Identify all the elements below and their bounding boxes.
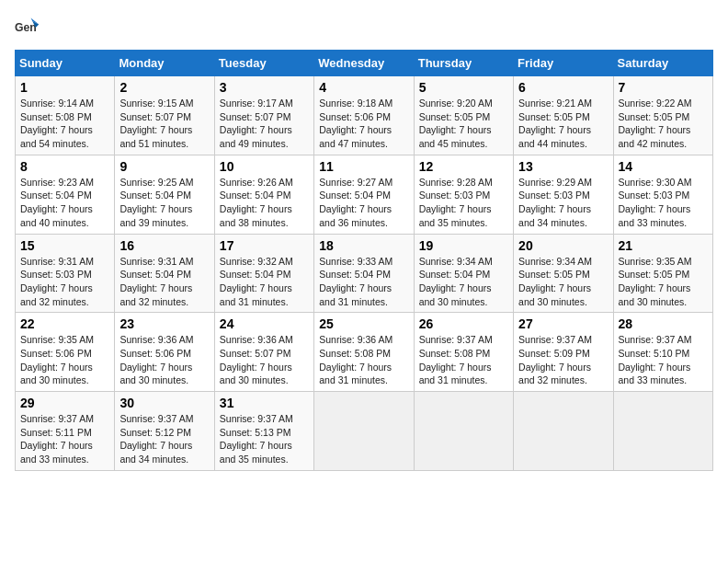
logo-icon: Gen — [15, 15, 40, 40]
cell-sunset: Sunset: 5:08 PM — [319, 348, 391, 359]
cell-daylight: Daylight: 7 hours and 51 minutes. — [119, 124, 192, 149]
calendar-cell: 15 Sunrise: 9:31 AM Sunset: 5:03 PM Dayl… — [16, 234, 115, 313]
day-number: 27 — [518, 316, 608, 331]
cell-sunset: Sunset: 5:13 PM — [220, 427, 291, 438]
calendar-cell — [613, 392, 712, 471]
cell-daylight: Daylight: 7 hours and 45 minutes. — [419, 124, 492, 149]
cell-sunset: Sunset: 5:05 PM — [518, 269, 590, 280]
cell-daylight: Daylight: 7 hours and 38 minutes. — [220, 203, 292, 228]
day-number: 7 — [619, 80, 708, 95]
cell-sunset: Sunset: 5:05 PM — [619, 111, 690, 122]
day-number: 8 — [20, 159, 109, 174]
cell-sunset: Sunset: 5:03 PM — [619, 190, 690, 201]
calendar-cell: 12 Sunrise: 9:28 AM Sunset: 5:03 PM Dayl… — [414, 155, 513, 234]
cell-sunset: Sunset: 5:03 PM — [419, 190, 491, 201]
cell-sunset: Sunset: 5:04 PM — [419, 269, 491, 280]
cell-sunrise: Sunrise: 9:29 AM — [518, 177, 592, 188]
cell-sunset: Sunset: 5:03 PM — [518, 190, 590, 201]
cell-daylight: Daylight: 7 hours and 34 minutes. — [518, 203, 591, 228]
cell-sunrise: Sunrise: 9:27 AM — [319, 177, 392, 188]
weekday-header-monday: Monday — [115, 51, 214, 76]
cell-sunrise: Sunrise: 9:36 AM — [220, 334, 293, 345]
cell-sunset: Sunset: 5:08 PM — [419, 348, 491, 359]
cell-sunrise: Sunrise: 9:30 AM — [619, 177, 692, 188]
cell-sunset: Sunset: 5:04 PM — [20, 190, 92, 201]
calendar-cell: 6 Sunrise: 9:21 AM Sunset: 5:05 PM Dayli… — [514, 76, 613, 155]
day-number: 5 — [419, 80, 508, 95]
cell-sunrise: Sunrise: 9:37 AM — [518, 334, 592, 345]
cell-sunset: Sunset: 5:10 PM — [619, 348, 690, 359]
day-number: 28 — [619, 316, 708, 331]
day-number: 22 — [20, 316, 109, 331]
calendar-cell: 22 Sunrise: 9:35 AM Sunset: 5:06 PM Dayl… — [16, 313, 115, 392]
cell-sunrise: Sunrise: 9:37 AM — [119, 413, 193, 424]
calendar-table: SundayMondayTuesdayWednesdayThursdayFrid… — [15, 50, 713, 471]
day-number: 10 — [220, 159, 309, 174]
calendar-cell: 30 Sunrise: 9:37 AM Sunset: 5:12 PM Dayl… — [115, 392, 214, 471]
day-number: 19 — [419, 238, 508, 253]
cell-daylight: Daylight: 7 hours and 30 minutes. — [419, 282, 492, 307]
day-number: 15 — [20, 238, 109, 253]
calendar-cell — [414, 392, 513, 471]
cell-daylight: Daylight: 7 hours and 30 minutes. — [20, 362, 93, 386]
cell-sunset: Sunset: 5:04 PM — [220, 190, 291, 201]
cell-sunset: Sunset: 5:05 PM — [419, 111, 491, 122]
weekday-header-sunday: Sunday — [16, 51, 115, 76]
cell-sunrise: Sunrise: 9:22 AM — [619, 98, 692, 109]
calendar-cell: 21 Sunrise: 9:35 AM Sunset: 5:05 PM Dayl… — [613, 234, 712, 313]
cell-sunset: Sunset: 5:08 PM — [20, 111, 92, 122]
day-number: 31 — [220, 396, 309, 410]
calendar-cell: 13 Sunrise: 9:29 AM Sunset: 5:03 PM Dayl… — [514, 155, 613, 234]
day-number: 14 — [619, 159, 708, 174]
cell-daylight: Daylight: 7 hours and 30 minutes. — [518, 282, 591, 307]
cell-daylight: Daylight: 7 hours and 35 minutes. — [220, 440, 292, 465]
day-number: 2 — [119, 80, 209, 95]
cell-daylight: Daylight: 7 hours and 33 minutes. — [619, 203, 691, 228]
cell-sunrise: Sunrise: 9:37 AM — [20, 413, 94, 424]
logo: Gen — [15, 15, 44, 40]
cell-sunset: Sunset: 5:11 PM — [20, 427, 92, 438]
day-number: 16 — [119, 238, 209, 253]
cell-sunset: Sunset: 5:04 PM — [119, 269, 191, 280]
cell-sunrise: Sunrise: 9:36 AM — [319, 334, 392, 345]
calendar-cell: 20 Sunrise: 9:34 AM Sunset: 5:05 PM Dayl… — [514, 234, 613, 313]
weekday-header-friday: Friday — [514, 51, 613, 76]
calendar-cell: 25 Sunrise: 9:36 AM Sunset: 5:08 PM Dayl… — [314, 313, 414, 392]
calendar-cell — [514, 392, 613, 471]
day-number: 30 — [119, 396, 209, 410]
day-number: 6 — [518, 80, 608, 95]
calendar-cell: 23 Sunrise: 9:36 AM Sunset: 5:06 PM Dayl… — [115, 313, 214, 392]
cell-sunrise: Sunrise: 9:28 AM — [419, 177, 493, 188]
calendar-cell: 5 Sunrise: 9:20 AM Sunset: 5:05 PM Dayli… — [414, 76, 513, 155]
cell-sunrise: Sunrise: 9:37 AM — [419, 334, 493, 345]
day-number: 20 — [518, 238, 608, 253]
cell-sunset: Sunset: 5:04 PM — [119, 190, 191, 201]
day-number: 9 — [119, 159, 209, 174]
cell-sunrise: Sunrise: 9:23 AM — [20, 177, 94, 188]
cell-sunrise: Sunrise: 9:32 AM — [220, 256, 293, 267]
calendar-cell: 31 Sunrise: 9:37 AM Sunset: 5:13 PM Dayl… — [214, 392, 313, 471]
day-number: 1 — [20, 80, 109, 95]
calendar-cell: 8 Sunrise: 9:23 AM Sunset: 5:04 PM Dayli… — [16, 155, 115, 234]
cell-sunset: Sunset: 5:06 PM — [119, 348, 191, 359]
calendar-week-row: 15 Sunrise: 9:31 AM Sunset: 5:03 PM Dayl… — [16, 234, 713, 313]
cell-daylight: Daylight: 7 hours and 31 minutes. — [220, 282, 292, 307]
cell-sunset: Sunset: 5:05 PM — [518, 111, 590, 122]
day-number: 13 — [518, 159, 608, 174]
day-number: 23 — [119, 316, 209, 331]
cell-daylight: Daylight: 7 hours and 32 minutes. — [119, 282, 192, 307]
calendar-week-row: 29 Sunrise: 9:37 AM Sunset: 5:11 PM Dayl… — [16, 392, 713, 471]
calendar-cell: 14 Sunrise: 9:30 AM Sunset: 5:03 PM Dayl… — [613, 155, 712, 234]
day-number: 12 — [419, 159, 508, 174]
calendar-cell: 26 Sunrise: 9:37 AM Sunset: 5:08 PM Dayl… — [414, 313, 513, 392]
calendar-cell: 27 Sunrise: 9:37 AM Sunset: 5:09 PM Dayl… — [514, 313, 613, 392]
cell-sunset: Sunset: 5:07 PM — [220, 348, 291, 359]
cell-sunrise: Sunrise: 9:31 AM — [119, 256, 193, 267]
calendar-cell — [314, 392, 414, 471]
cell-sunrise: Sunrise: 9:34 AM — [518, 256, 592, 267]
calendar-cell: 17 Sunrise: 9:32 AM Sunset: 5:04 PM Dayl… — [214, 234, 313, 313]
cell-daylight: Daylight: 7 hours and 35 minutes. — [419, 203, 492, 228]
cell-sunset: Sunset: 5:04 PM — [220, 269, 291, 280]
cell-daylight: Daylight: 7 hours and 31 minutes. — [319, 282, 392, 307]
cell-sunset: Sunset: 5:04 PM — [319, 269, 391, 280]
